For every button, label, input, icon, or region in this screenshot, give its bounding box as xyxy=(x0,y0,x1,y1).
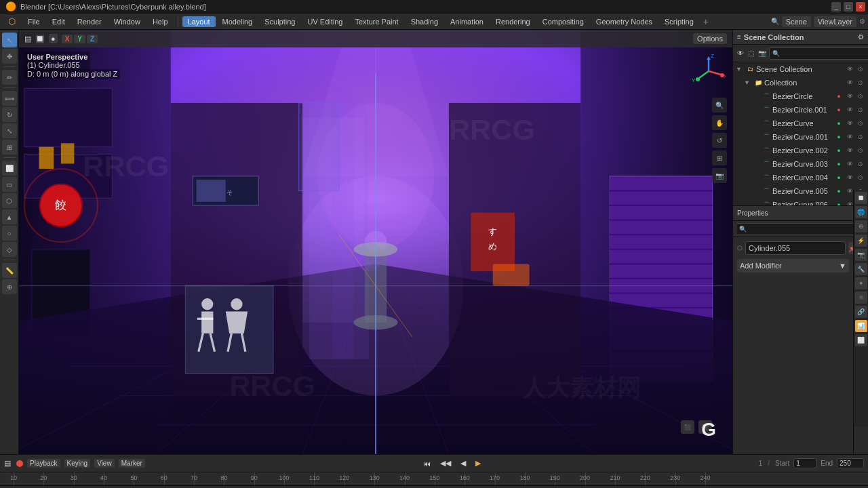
bc-vis-icon[interactable]: ● xyxy=(834,92,844,101)
outliner-beziercurve-003[interactable]: ▶ ⌒ BezierCurve.003 ● 👁 ⊙ xyxy=(733,157,868,171)
menu-edit[interactable]: Edit xyxy=(47,16,71,27)
marker-btn[interactable]: Marker xyxy=(119,459,145,468)
object-name-field[interactable] xyxy=(745,241,846,255)
tab-sculpting[interactable]: Sculpting xyxy=(259,16,300,27)
persp-btn[interactable]: ⊞ xyxy=(712,150,727,165)
outliner-collection[interactable]: ▼ 📁 Collection 👁 ⊙ xyxy=(733,76,868,89)
bc001-render[interactable]: ⊙ xyxy=(856,105,865,115)
play-btn[interactable]: ▶ xyxy=(473,458,484,469)
outliner-search-input[interactable] xyxy=(781,49,867,57)
keying-btn[interactable]: Keying xyxy=(64,459,91,468)
viewport-dot-1[interactable]: ⬛ xyxy=(681,420,694,434)
coll-render-icon[interactable]: ⊙ xyxy=(856,78,865,87)
step-back-btn[interactable]: ◀◀ xyxy=(437,458,454,469)
strip-btn-9[interactable]: 🔗 xyxy=(855,306,867,318)
tool-move[interactable]: ✥ xyxy=(2,49,17,64)
tool-annotate[interactable]: ✏ xyxy=(2,70,17,85)
bcu004-render[interactable]: ⊙ xyxy=(856,173,865,182)
outliner-beziercurve-005[interactable]: ▶ ⌒ BezierCurve.005 ● 👁 ⊙ xyxy=(733,184,868,198)
orbit-btn[interactable]: ↺ xyxy=(712,133,727,148)
bcu-eye[interactable]: 👁 xyxy=(845,119,854,128)
bcu005-vis[interactable]: ● xyxy=(834,186,844,196)
maximize-button[interactable]: □ xyxy=(844,2,853,12)
bc-render-icon[interactable]: ⊙ xyxy=(856,92,865,101)
outliner-select-icon[interactable]: ⬚ xyxy=(747,48,755,58)
view-layer-selector[interactable]: ViewLayer xyxy=(814,16,856,27)
z-axis-btn[interactable]: Z xyxy=(87,35,98,43)
pin-button[interactable]: 📌 xyxy=(848,242,853,254)
tab-layout[interactable]: Layout xyxy=(182,16,216,27)
zoom-btn[interactable]: 🔍 xyxy=(712,98,727,113)
tab-scripting[interactable]: Scripting xyxy=(659,16,699,27)
outliner-search[interactable]: 🔍 xyxy=(769,47,868,60)
bcu-render[interactable]: ⊙ xyxy=(856,119,865,128)
tool-cone[interactable]: ▲ xyxy=(2,209,17,224)
add-modifier-button[interactable]: Add Modifier ▼ xyxy=(737,259,849,272)
bcu001-eye[interactable]: 👁 xyxy=(845,132,854,142)
outliner-beziercircle-001[interactable]: ▶ ⌒ BezierCircle.001 ● 👁 ⊙ xyxy=(733,103,868,117)
tool-measure[interactable]: 📏 xyxy=(2,263,17,278)
options-button[interactable]: Options xyxy=(693,33,727,44)
bcu006-vis[interactable]: ● xyxy=(834,200,844,205)
outliner-beziercurve[interactable]: ▶ ⌒ BezierCurve ● 👁 ⊙ xyxy=(733,117,868,130)
tool-plane[interactable]: ▭ xyxy=(2,177,17,192)
axis-indicator[interactable]: Z X Y xyxy=(692,54,726,88)
bcu-vis[interactable]: ● xyxy=(834,119,844,128)
outliner-beziercurve-006[interactable]: ▶ ⌒ BezierCurve.006 ● 👁 ⊙ xyxy=(733,198,868,205)
render-mode[interactable]: ● xyxy=(49,34,58,43)
visibility-icon[interactable]: 👁 xyxy=(845,64,854,74)
tab-compositing[interactable]: Compositing xyxy=(537,16,589,27)
strip-btn-10[interactable]: 📊 xyxy=(855,320,867,332)
tool-move-obj[interactable]: ⟺ xyxy=(2,91,17,106)
bcu003-vis[interactable]: ● xyxy=(834,159,844,169)
bcu002-eye[interactable]: 👁 xyxy=(845,146,854,155)
playback-dot[interactable] xyxy=(16,460,23,467)
tool-origin[interactable]: ⊕ xyxy=(2,279,17,294)
strip-btn-6[interactable]: 🔧 xyxy=(855,263,867,275)
outliner-scene-collection[interactable]: ▼ 🗂 Scene Collection 👁 ⊙ xyxy=(733,62,868,76)
strip-btn-5[interactable]: 📷 xyxy=(855,249,867,261)
menu-window[interactable]: Window xyxy=(108,16,146,27)
end-frame-input[interactable] xyxy=(837,458,864,468)
exclude-icon[interactable]: ⊙ xyxy=(856,64,865,74)
outliner-view-icon[interactable]: 👁 xyxy=(736,48,745,58)
tab-animation[interactable]: Animation xyxy=(445,16,489,27)
outliner-beziercurve-004[interactable]: ▶ ⌒ BezierCurve.004 ● 👁 ⊙ xyxy=(733,171,868,184)
bcu002-render[interactable]: ⊙ xyxy=(856,146,865,155)
bc001-vis[interactable]: ● xyxy=(834,105,844,115)
timeline-collapse[interactable]: ▤ xyxy=(4,459,11,468)
pan-btn[interactable]: ✋ xyxy=(712,115,727,130)
coll-visibility-icon[interactable]: 👁 xyxy=(845,78,854,87)
camera-btn[interactable]: 📷 xyxy=(712,168,727,183)
tool-scale[interactable]: ⤡ xyxy=(2,123,17,138)
play-back-btn[interactable]: ◀ xyxy=(458,458,469,469)
y-axis-btn[interactable]: Y xyxy=(74,35,85,43)
props-search[interactable]: 🔍 xyxy=(736,223,856,235)
playback-btn[interactable]: Playback xyxy=(27,459,60,468)
bcu003-eye[interactable]: 👁 xyxy=(845,159,854,169)
bcu001-vis[interactable]: ● xyxy=(834,132,844,142)
3d-scene[interactable]: 餃 xyxy=(19,30,732,454)
outliner-beziercircle[interactable]: ▶ ⌒ BezierCircle ● 👁 ⊙ xyxy=(733,89,868,103)
x-axis-btn[interactable]: X xyxy=(62,35,73,43)
tool-cube[interactable]: ⬜ xyxy=(2,161,17,176)
props-search-input[interactable] xyxy=(747,225,852,232)
bcu004-eye[interactable]: 👁 xyxy=(845,173,854,182)
menu-render[interactable]: Render xyxy=(72,16,107,27)
viewport[interactable]: ▤ 🔲 ● X Y Z Options User Perspective (1)… xyxy=(19,30,732,454)
tool-cursor[interactable]: ↖ xyxy=(2,33,17,47)
tool-uv-sphere[interactable]: ○ xyxy=(2,226,17,241)
menu-file[interactable]: File xyxy=(22,16,45,27)
outliner-beziercurve-001[interactable]: ▶ ⌒ BezierCurve.001 ● 👁 ⊙ xyxy=(733,130,868,144)
start-frame-input[interactable] xyxy=(793,458,816,468)
outliner-filter-icon[interactable]: ⚙ xyxy=(858,33,864,41)
tab-geometry-nodes[interactable]: Geometry Nodes xyxy=(591,16,658,27)
strip-btn-7[interactable]: ✦ xyxy=(855,277,867,289)
strip-btn-11[interactable]: ⬜ xyxy=(855,334,867,346)
tool-rotate[interactable]: ↻ xyxy=(2,107,17,122)
bc-eye-icon[interactable]: 👁 xyxy=(845,92,854,101)
tab-rendering[interactable]: Rendering xyxy=(490,16,536,27)
view-btn[interactable]: View xyxy=(94,459,115,468)
bcu001-render[interactable]: ⊙ xyxy=(856,132,865,142)
bcu004-vis[interactable]: ● xyxy=(834,173,844,182)
